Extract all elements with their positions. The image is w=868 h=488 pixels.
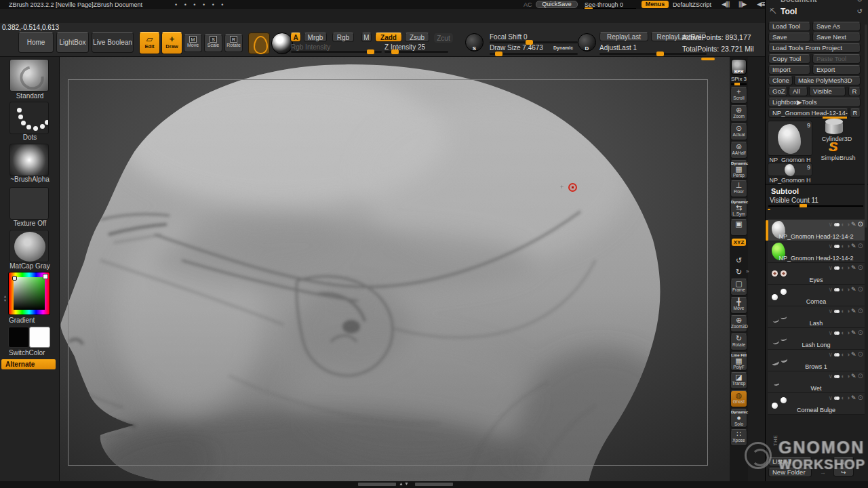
subtool-visibility-icon[interactable]: ⊙ <box>858 308 863 314</box>
mrgb-button[interactable]: Mrgb <box>304 33 327 42</box>
bpr-button[interactable]: BPR <box>731 59 747 75</box>
subtool-brows[interactable]: ∨ ◐ ◑ ✎ ⊙ Brows 1 <box>768 350 865 371</box>
rgb-intensity-slider[interactable] <box>291 51 382 53</box>
subtool-polypaint-icon[interactable] <box>834 351 840 358</box>
new-folder-button[interactable]: New Folder <box>768 468 812 477</box>
subtool-uv-icon[interactable]: ◐ <box>841 329 844 336</box>
subtool-corneal-bulge[interactable]: ∨ ◐ ◑ ✎ ⊙ Corneal Bulge <box>768 393 865 415</box>
polyf-button[interactable]: Line Fill ▦ PolyF <box>730 352 747 371</box>
make-polymesh3d-button[interactable]: Make PolyMesh3D <box>794 76 861 85</box>
divider-bar-right[interactable] <box>415 483 453 486</box>
xpose-button[interactable]: ∷ Xpose <box>730 429 747 446</box>
subtool-visibility-icon[interactable]: ⊙ <box>858 351 863 358</box>
sculpt-viewport[interactable]: + <box>60 57 730 481</box>
subtool-displacement-icon[interactable]: ◑ <box>846 286 850 293</box>
subtool-polypaint-icon[interactable] <box>834 243 840 249</box>
mode-a-button[interactable]: A <box>290 33 301 42</box>
subtool-insert-button[interactable]: ↪ <box>833 468 854 476</box>
secondary-color-swatch[interactable] <box>29 327 50 348</box>
subtool-displacement-icon[interactable]: ◑ <box>846 264 850 271</box>
tool-reset-icon[interactable]: ↺ <box>857 7 863 15</box>
subtool-polypaint-icon[interactable] <box>834 373 840 380</box>
subtool-paint-icon[interactable]: ✎ <box>851 308 856 314</box>
edit-button[interactable]: ▱ Edit <box>139 32 160 54</box>
subtool-displacement-icon[interactable]: ◑ <box>846 351 850 358</box>
texture-selector[interactable] <box>9 187 49 220</box>
tray-divider-mark[interactable] <box>701 58 715 60</box>
subtool-paint-icon[interactable]: ✎ <box>851 373 856 380</box>
subtool-flatten-icon[interactable]: ∨ <box>829 243 833 249</box>
home-page-button[interactable]: Home Page <box>18 32 54 53</box>
subtool-flatten-icon[interactable]: ∨ <box>829 286 833 293</box>
subtool-uv-icon[interactable]: ◐ <box>841 264 844 271</box>
alternate-button[interactable]: Alternate <box>1 359 56 369</box>
tab-v1[interactable] <box>768 209 770 210</box>
draw-size-handle[interactable] <box>495 52 502 56</box>
spix-control[interactable]: SPix 3 <box>730 76 748 85</box>
subtool-flatten-icon[interactable]: ∨ <box>829 329 833 336</box>
pivot-cw-button[interactable]: ↻ <box>730 267 747 277</box>
subtool-visibility-icon[interactable]: ⊙ <box>858 264 863 271</box>
tray-collapse-arrows[interactable]: ▲▼ <box>2 294 8 302</box>
simplebrush-tool[interactable]: S <box>829 140 838 155</box>
subtool-wet[interactable]: ∨ ◐ ◑ ✎ ⊙ Wet <box>768 371 865 393</box>
material-selector[interactable] <box>9 230 49 262</box>
subtool-displacement-icon[interactable]: ◑ <box>846 221 850 228</box>
tab-v3[interactable] <box>774 209 777 210</box>
subtool-paint-icon[interactable]: ✎ <box>851 286 856 293</box>
lightbox-tools-button[interactable]: Lightbox▶Tools <box>768 98 861 107</box>
draw-size-slider[interactable] <box>490 53 578 55</box>
visible-count-handle[interactable] <box>800 204 807 207</box>
subtool-paint-icon[interactable]: ✎ <box>851 221 856 228</box>
quicksave-button[interactable]: QuickSave <box>536 1 578 8</box>
subtool-paint-icon[interactable]: ✎ <box>851 243 856 249</box>
lsym-button[interactable]: Dynamic ⇆ L.Sym <box>730 199 747 218</box>
draw-size-dynamic-label[interactable]: Dynamic <box>553 45 573 50</box>
subtool-flatten-icon[interactable]: ∨ <box>829 221 833 228</box>
move-button[interactable]: M Move <box>184 34 202 52</box>
subtool-eyes[interactable]: ∨ ◐ ◑ ✎ ⊙ Eyes <box>768 263 865 285</box>
copy-tool-button[interactable]: Copy Tool <box>768 54 810 64</box>
goz-r-button[interactable]: R <box>848 87 861 96</box>
zoom-button[interactable]: ⊕ Zoom <box>730 105 747 122</box>
subtool-uv-icon[interactable]: ◐ <box>841 286 844 293</box>
stroke-selector[interactable] <box>9 102 49 134</box>
subtool-visibility-icon[interactable]: ⊙ <box>858 373 863 380</box>
subtool-flatten-icon[interactable]: ∨ <box>829 373 833 380</box>
m-button[interactable]: M <box>361 33 372 42</box>
move3d-button[interactable]: ╋ Move <box>730 297 747 314</box>
current-tool-thumbnail[interactable]: 9 <box>768 121 812 156</box>
subtool-paint-icon[interactable]: ✎ <box>851 329 856 336</box>
menus-button[interactable]: Menus <box>642 1 669 8</box>
live-boolean-button[interactable]: Live Boolean <box>92 32 134 53</box>
paste-tool-button[interactable]: Paste Tool <box>812 54 861 64</box>
adjust-last-handle[interactable] <box>656 52 664 56</box>
zadd-button[interactable]: Zadd <box>375 33 402 42</box>
xyz-button[interactable]: XYZ <box>730 237 747 254</box>
subtool-polypaint-icon[interactable] <box>834 264 840 271</box>
subtool-section-header[interactable]: Subtool <box>771 187 799 195</box>
lock-button[interactable]: ▣ <box>730 219 747 236</box>
goz-all-button[interactable]: All <box>789 87 808 96</box>
subtool-displacement-icon[interactable]: ◑ <box>846 329 850 336</box>
current-brush-preview[interactable] <box>248 33 270 54</box>
divider-toggle-arrows[interactable]: ▲▼ <box>399 481 410 486</box>
brush-selector[interactable] <box>9 59 49 92</box>
panel-scrollbar[interactable] <box>865 24 867 228</box>
subtool-visibility-icon[interactable]: ⊙ <box>858 243 863 249</box>
curve-mode-icon[interactable]: D <box>578 33 596 52</box>
previous-tool-thumbnail[interactable]: 9 <box>768 163 812 176</box>
pivot-ccw-button[interactable]: ↺ <box>730 256 747 266</box>
divider-bar-left[interactable] <box>358 483 396 486</box>
floor-button[interactable]: ⊥ Floor <box>730 180 747 197</box>
import-button[interactable]: Import <box>768 65 810 75</box>
subtool-paint-icon[interactable]: ✎ <box>851 264 856 271</box>
subtool-uv-icon[interactable]: ◐ <box>841 394 844 401</box>
right-tray-collapse-arrow[interactable]: » <box>746 268 749 274</box>
scale-button[interactable]: S Scale <box>204 34 222 52</box>
aahalf-button[interactable]: ⊚ AAHalf <box>730 142 747 159</box>
subtool-down-button[interactable]: ↓ <box>833 457 854 466</box>
persp-button[interactable]: Dynamic ▦ Persp <box>730 160 747 179</box>
spix-slider[interactable] <box>731 83 747 85</box>
visible-count-slider[interactable] <box>768 205 863 207</box>
